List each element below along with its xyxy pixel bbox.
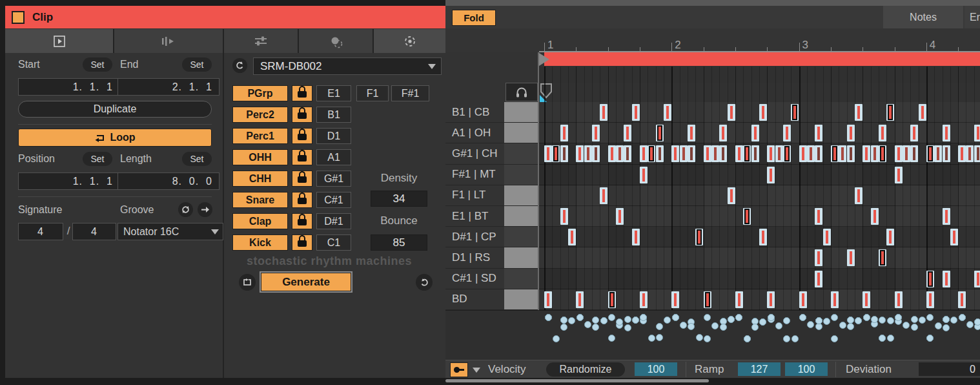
midi-note[interactable] xyxy=(871,208,879,225)
midi-note[interactable] xyxy=(728,104,735,121)
midi-note[interactable] xyxy=(759,229,767,245)
piano-key-black[interactable] xyxy=(504,269,538,289)
position-field[interactable]: 1. 1. 1 xyxy=(18,172,120,190)
midi-note[interactable] xyxy=(640,145,648,162)
velocity-marker[interactable] xyxy=(903,322,910,329)
velocity-marker[interactable] xyxy=(871,316,878,323)
midi-note[interactable] xyxy=(934,145,942,162)
velocity-lane[interactable] xyxy=(539,310,980,360)
velocity-marker[interactable] xyxy=(911,316,918,323)
randomize-amount-field[interactable]: 100 xyxy=(635,362,677,376)
velocity-marker[interactable] xyxy=(807,321,814,328)
velocity-marker[interactable] xyxy=(943,316,950,323)
velocity-marker[interactable] xyxy=(831,314,838,321)
lock-button-chh[interactable] xyxy=(292,171,312,187)
midi-note[interactable] xyxy=(751,125,759,141)
midi-note[interactable] xyxy=(600,104,607,121)
midi-note[interactable] xyxy=(743,145,751,162)
preset-select[interactable]: SRM-DB002 xyxy=(253,57,442,75)
ramp-from-field[interactable]: 127 xyxy=(738,362,781,376)
midi-note[interactable] xyxy=(815,271,822,287)
midi-note[interactable] xyxy=(919,104,926,121)
midi-note[interactable] xyxy=(751,145,759,162)
velocity-marker[interactable] xyxy=(704,314,711,321)
velocity-marker[interactable] xyxy=(704,335,711,342)
midi-note[interactable] xyxy=(608,145,616,162)
velocity-marker[interactable] xyxy=(959,314,966,321)
midi-note[interactable] xyxy=(695,229,703,245)
midi-note[interactable] xyxy=(767,167,775,183)
velocity-marker[interactable] xyxy=(553,335,560,342)
midi-note[interactable] xyxy=(759,104,767,121)
midi-note[interactable] xyxy=(664,104,671,121)
midi-note[interactable] xyxy=(688,145,695,162)
drum-name-button-perc1[interactable]: Perc1 xyxy=(232,128,288,144)
tab-note-expression[interactable] xyxy=(114,29,223,53)
midi-note[interactable] xyxy=(807,145,815,162)
midi-note[interactable] xyxy=(719,125,727,141)
velocity-marker[interactable] xyxy=(831,335,838,342)
velocity-marker[interactable] xyxy=(735,314,742,321)
midi-note[interactable] xyxy=(728,187,735,204)
note-assign-field[interactable]: F1 xyxy=(356,85,389,101)
midi-note[interactable] xyxy=(783,145,791,162)
midi-note[interactable] xyxy=(926,145,934,162)
midi-note[interactable] xyxy=(847,145,855,162)
end-set-button[interactable]: Set xyxy=(182,57,212,72)
velocity-marker[interactable] xyxy=(744,335,751,342)
midi-note[interactable] xyxy=(592,145,600,162)
note-assign-field[interactable]: D1 xyxy=(316,128,351,144)
loop-region-bar[interactable] xyxy=(544,52,980,66)
velocity-marker[interactable] xyxy=(632,317,639,324)
velocity-marker[interactable] xyxy=(887,335,894,342)
velocity-marker[interactable] xyxy=(696,334,703,341)
midi-note[interactable] xyxy=(640,291,648,308)
lock-button-ohh[interactable] xyxy=(292,149,312,165)
note-assign-field[interactable]: G#1 xyxy=(316,171,351,187)
velocity-marker[interactable] xyxy=(887,317,894,324)
fold-button[interactable]: Fold xyxy=(452,10,496,26)
midi-note[interactable] xyxy=(791,104,799,121)
velocity-marker[interactable] xyxy=(592,324,599,331)
velocity-marker[interactable] xyxy=(688,323,695,330)
velocity-marker[interactable] xyxy=(935,322,942,329)
velocity-marker[interactable] xyxy=(775,322,782,329)
end-time-field[interactable]: 2. 1. 1 xyxy=(117,78,219,96)
grid-header-lane[interactable] xyxy=(539,83,980,102)
midi-note[interactable] xyxy=(974,271,980,287)
midi-note[interactable] xyxy=(839,145,846,162)
midi-note[interactable] xyxy=(640,167,648,183)
midi-note[interactable] xyxy=(974,125,980,141)
drum-name-button-perc2[interactable]: Perc2 xyxy=(232,107,288,123)
midi-note[interactable] xyxy=(624,145,631,162)
midi-note[interactable] xyxy=(767,145,775,162)
lock-button-perc1[interactable] xyxy=(292,128,312,144)
midi-note[interactable] xyxy=(871,145,879,162)
midi-note[interactable] xyxy=(855,187,863,204)
drum-name-button-chh[interactable]: CHH xyxy=(232,171,288,187)
window-divider-top[interactable] xyxy=(445,0,980,6)
midi-note[interactable] xyxy=(783,125,791,141)
midi-note[interactable] xyxy=(847,249,855,266)
velocity-marker[interactable] xyxy=(672,314,679,321)
midi-note[interactable] xyxy=(823,229,831,245)
velocity-marker[interactable] xyxy=(648,335,655,342)
velocity-marker[interactable] xyxy=(799,314,806,321)
midi-note[interactable] xyxy=(735,145,743,162)
note-assign-field[interactable]: B1 xyxy=(316,107,351,123)
piano-key-white[interactable] xyxy=(504,102,538,123)
auto-generate-toggle[interactable] xyxy=(239,274,256,291)
velocity-marker[interactable] xyxy=(656,334,663,341)
velocity-marker[interactable] xyxy=(568,317,575,324)
midi-note[interactable] xyxy=(624,125,631,141)
midi-note[interactable] xyxy=(592,125,600,141)
bounce-field[interactable]: 85 xyxy=(371,234,427,251)
midi-note[interactable] xyxy=(943,208,950,225)
velocity-marker[interactable] xyxy=(943,324,950,331)
groove-commit-button[interactable] xyxy=(178,202,193,217)
midi-note[interactable] xyxy=(680,145,688,162)
midi-note[interactable] xyxy=(648,145,655,162)
drum-name-button-pgrp[interactable]: PGrp xyxy=(232,85,288,101)
drum-name-button-kick[interactable]: Kick xyxy=(232,234,288,251)
drum-name-button-clap[interactable]: Clap xyxy=(232,213,288,229)
